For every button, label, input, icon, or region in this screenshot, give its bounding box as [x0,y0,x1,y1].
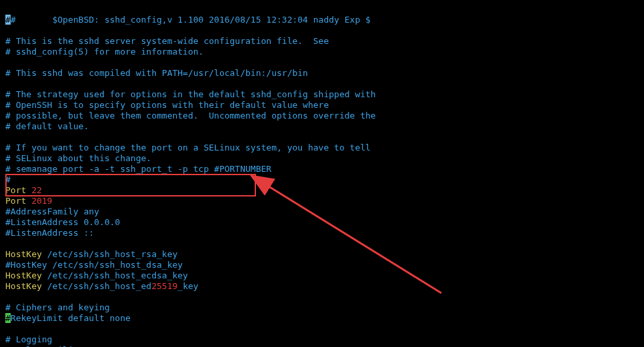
svg-line-0 [267,185,441,293]
annotation-arrow-icon [0,0,644,347]
terminal-editor-screen: ## $OpenBSD: sshd_config,v 1.100 2016/08… [0,0,644,347]
